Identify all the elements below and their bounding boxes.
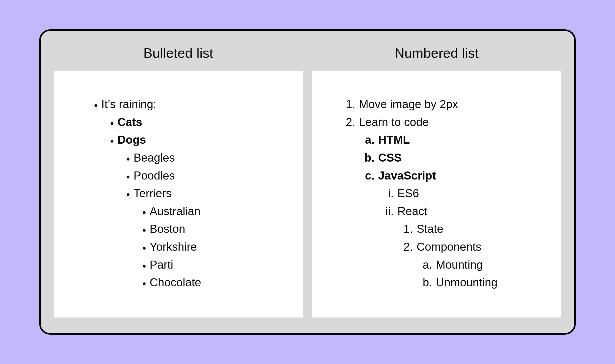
list-marker: 2. — [399, 238, 413, 256]
list-item-label: JavaScript — [378, 167, 436, 185]
list-item: •Parti — [142, 256, 283, 274]
list-item-label: Cats — [117, 113, 142, 131]
list-item-label: State — [417, 220, 444, 238]
list-marker: ii. — [379, 202, 394, 220]
list-item: •Dogs — [110, 131, 283, 149]
bullet-icon: • — [142, 279, 146, 289]
list-item: i.ES6 — [379, 184, 542, 202]
list-marker: a. — [418, 256, 432, 274]
list-item: •Poodles — [126, 167, 283, 185]
list-item-label: Components — [417, 238, 481, 256]
list-item: •Beagles — [126, 149, 283, 167]
list-marker: a. — [360, 131, 375, 149]
list-item: 2.Components — [399, 238, 542, 256]
list-item-label: ES6 — [398, 184, 419, 202]
numbered-title: Numbered list — [395, 45, 479, 61]
bulleted-title: Bulleted list — [143, 45, 213, 61]
list-item: b.Unmounting — [418, 274, 542, 292]
list-item-label: Yorkshire — [150, 238, 197, 256]
list-marker: b. — [360, 149, 375, 167]
list-item: •Cats — [110, 113, 283, 131]
list-item: •It’s raining: — [94, 95, 283, 113]
list-item-label: Terriers — [134, 184, 172, 202]
list-item-label: Parti — [150, 256, 173, 274]
list-marker: 1. — [399, 220, 413, 238]
bullet-icon: • — [142, 243, 146, 253]
list-marker: c. — [360, 167, 375, 185]
list-item: 2.Learn to code — [341, 113, 542, 131]
list-item: •Australian — [142, 202, 283, 220]
list-item: •Terriers — [126, 184, 283, 202]
list-item: 1.State — [399, 220, 542, 238]
bullet-icon: • — [142, 207, 146, 218]
bulleted-list: •It’s raining:•Cats•Dogs•Beagles•Poodles… — [94, 95, 283, 292]
list-item: •Chocolate — [142, 274, 283, 292]
list-item: ii.React — [379, 202, 542, 220]
bulleted-panel: •It’s raining:•Cats•Dogs•Beagles•Poodles… — [54, 71, 303, 317]
list-marker: 2. — [341, 113, 355, 131]
list-item-label: HTML — [378, 131, 410, 149]
list-marker: 1. — [341, 95, 355, 113]
list-item-label: React — [398, 202, 427, 220]
list-item-label: It’s raining: — [101, 95, 156, 113]
list-item-label: Poodles — [134, 167, 175, 185]
list-item: c.JavaScript — [360, 167, 542, 185]
bullet-icon: • — [126, 154, 130, 164]
bullet-icon: • — [126, 172, 130, 182]
list-item: b.CSS — [360, 149, 542, 167]
list-item-label: CSS — [378, 149, 402, 167]
example-card: Bulleted list •It’s raining:•Cats•Dogs•B… — [39, 29, 576, 335]
bullet-icon: • — [142, 225, 146, 235]
list-item-label: Boston — [150, 220, 185, 238]
bulleted-column: Bulleted list •It’s raining:•Cats•Dogs•B… — [54, 45, 303, 317]
list-item-label: Australian — [150, 202, 201, 220]
list-item-label: Mounting — [436, 256, 483, 274]
list-item-label: Unmounting — [436, 274, 498, 292]
bullet-icon: • — [126, 189, 130, 200]
list-marker: i. — [379, 184, 394, 202]
list-item: a.HTML — [360, 131, 542, 149]
list-item: 1.Move image by 2px — [341, 95, 542, 113]
bullet-icon: • — [110, 118, 114, 129]
numbered-panel: 1.Move image by 2px2.Learn to codea.HTML… — [312, 71, 561, 317]
list-item: •Yorkshire — [142, 238, 283, 256]
list-item-label: Learn to code — [359, 113, 429, 131]
bullet-icon: • — [110, 136, 114, 146]
list-item: •Boston — [142, 220, 283, 238]
list-item-label: Beagles — [134, 149, 175, 167]
list-item-label: Move image by 2px — [359, 95, 458, 113]
bullet-icon: • — [94, 100, 98, 111]
list-item: a.Mounting — [418, 256, 542, 274]
list-item-label: Dogs — [117, 131, 146, 149]
list-marker: b. — [418, 274, 432, 292]
list-item-label: Chocolate — [150, 274, 201, 292]
numbered-list: 1.Move image by 2px2.Learn to codea.HTML… — [341, 95, 542, 292]
bullet-icon: • — [142, 261, 146, 271]
numbered-column: Numbered list 1.Move image by 2px2.Learn… — [312, 45, 561, 317]
